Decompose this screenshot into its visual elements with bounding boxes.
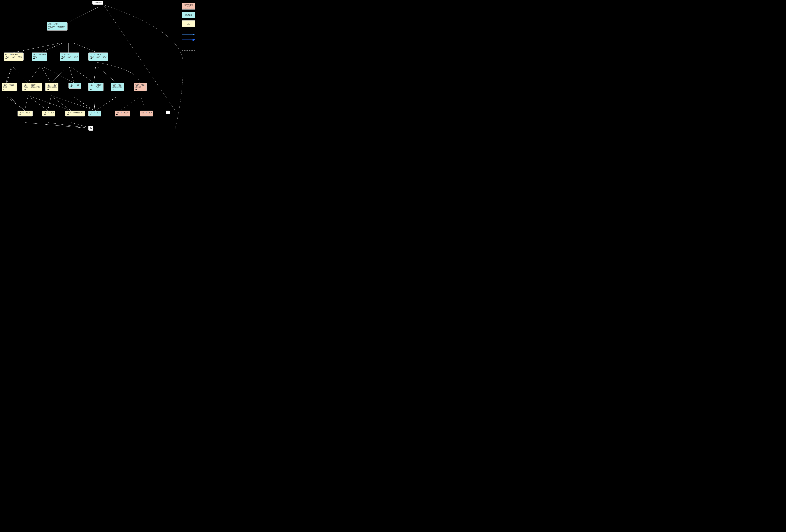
svg-line-23 [95,97,116,111]
node-N7: VC → Vint Cerf Tim Berners-Lee ← TBL N7 [88,52,108,61]
svg-line-0 [68,7,98,22]
legend-line-dashed [182,49,195,52]
node-N1: VC → TBL N1 [88,111,101,117]
svg-line-31 [28,95,71,111]
inner-row: VC → TBL [48,23,66,25]
svg-line-15 [98,67,116,83]
svg-line-7 [13,67,28,83]
node-N3-label: N3 [90,88,102,90]
node-N6: VC → TBL Tim Berners-Lee ← TBL N6 [60,52,79,61]
legend-fitting: Model fitting the actual world [182,20,195,27]
svg-line-9 [41,67,51,83]
node-N8-label: N8 [48,28,66,29]
svg-line-12 [69,67,74,83]
svg-line-32 [51,95,95,111]
node-M7-label: M7 [5,58,22,60]
svg-line-1 [103,5,175,111]
svg-line-24 [120,97,139,111]
svg-line-22 [94,97,95,111]
node-N5: VC → Vint Cerf TBL N5 [32,52,47,61]
node-dots: ... [166,111,170,114]
node-N2: VC → TBL N2 [68,83,82,89]
node-X3-label: X3 [135,88,145,90]
svg-line-10 [43,67,74,83]
node-M3-label: M3 [67,114,84,115]
node-M4-label: M4 [3,88,15,90]
legend: Impossible Model(will be excluded by RDF… [182,3,195,52]
node-M2: VC → TBL M2 [42,111,55,117]
node-N2-label: N2 [70,86,80,88]
legend-impossible-text: Impossible Model(will be excluded by RDF… [183,4,194,8]
svg-line-2 [14,43,61,52]
svg-line-21 [74,97,94,111]
svg-line-30 [8,95,25,111]
node-M1: VC → Vint Cerf M1 [18,111,33,117]
node-M1-label: M1 [19,114,31,115]
node-X2-label: X2 [142,114,152,115]
node-N8-inner: VC → TBL Vint Cerf Tim Berners-Lee [48,23,66,27]
node-M6-label: M6 [47,88,57,90]
node-X1: TBL → Vint Cerf X1 [115,111,130,117]
svg-line-11 [51,67,68,83]
node-M5-label: M5 [24,88,41,90]
legend-possible: Possible model(but non actual) [182,12,195,18]
legend-line-blue-bold [182,38,195,41]
node-null: ∅ [88,126,93,130]
node-M4: VC → Vint Cerf TBL M4 [2,83,17,91]
node-N5-label: N5 [33,58,46,60]
svg-line-26 [25,122,94,129]
node-N4-label: N4 [112,88,122,90]
node-null-label: ∅ [90,127,92,129]
node-X1-label: X1 [116,114,129,115]
svg-line-27 [48,122,94,129]
svg-line-18 [29,97,48,111]
oval-vintcerf: Vint Cerf [48,26,54,27]
node-M5: VC → Vint Cerf TBL → Tim Berners-Lee M5 [22,83,42,91]
svg-line-14 [94,67,95,83]
node-M7: VC → Vint Cerf Tim Berners-Lee ← TBL M7 [4,52,24,61]
svg-line-19 [48,97,51,111]
node-M6: VC → TBL Tim Berners-Lee M6 [45,83,59,91]
svg-line-8 [28,67,40,83]
node-M3: TBL → Tim Berners-Lee M3 [65,111,85,117]
svg-line-17 [25,97,28,111]
node-N6-label: N6 [61,58,78,60]
node-dots-label: ... [167,112,168,113]
node-X2: VC → TBL X2 [140,111,153,117]
legend-fitting-text: Model fitting the actual world [183,22,194,25]
legend-line-white [182,44,195,47]
node-X3: VC → TBL Vint Cerf X3 [134,83,147,91]
legend-impossible-box: Impossible Model(will be excluded by RDF… [182,3,195,9]
svg-line-6 [7,67,11,83]
node-M2-label: M2 [44,114,54,115]
node-N1-label: N1 [90,114,100,115]
node-T-label: T = IRxIPxIR [94,2,102,3]
node-N3: VC → Vint Cerf → TBL N3 [88,83,103,91]
svg-line-16 [7,97,25,111]
legend-line-blue-thin [182,33,195,36]
svg-line-13 [71,67,94,83]
inner-row-2: Vint Cerf Tim Berners-Lee [48,26,66,27]
legend-fitting-box: Model fitting the actual world [182,20,195,27]
legend-possible-box: Possible model(but non actual) [182,12,195,18]
node-N4: VC → TBL Tim Berners-Lee N4 [111,83,124,91]
node-N7-label: N7 [90,58,107,60]
svg-line-20 [52,97,71,111]
node-T: T = IRxIPxIR [92,1,103,5]
legend-possible-text: Possible model(but non actual) [185,14,192,16]
oval-timbl: Tim Berners-Lee [56,26,66,27]
oval-vc: VC [48,23,52,25]
svg-line-5 [73,43,97,52]
oval-tbl: TBL [54,23,59,25]
svg-line-3 [41,43,63,52]
node-N8: VC → TBL Vint Cerf Tim Berners-Lee N8 [47,22,68,30]
legend-impossible: Impossible Model(will be excluded by RDF… [182,3,195,9]
svg-line-25 [141,97,146,111]
